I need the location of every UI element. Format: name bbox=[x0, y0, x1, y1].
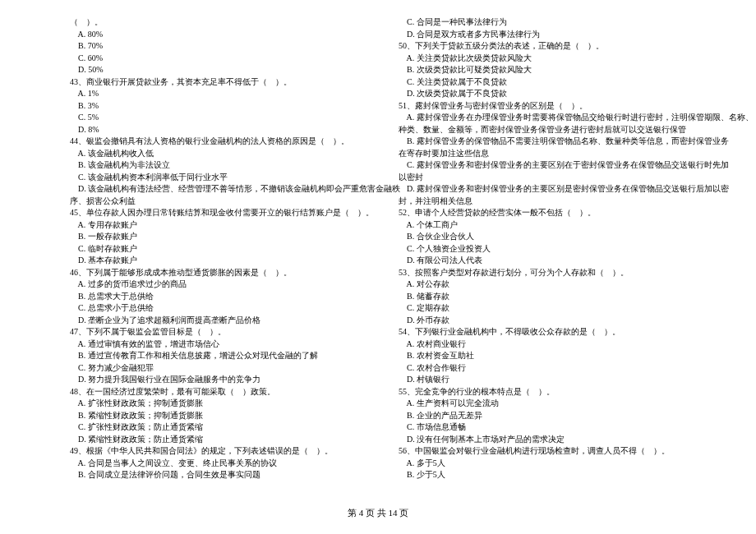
text-line: A. 多于5人 bbox=[399, 458, 711, 470]
text-line: 43、商业银行开展贷款业务，其资本充足率不得低于（ ）。 bbox=[70, 76, 382, 89]
text-line: C. 临时存款账户 bbox=[70, 243, 382, 255]
text-line: 以密封 bbox=[399, 172, 711, 184]
text-line: A. 该金融机构收入低 bbox=[70, 148, 382, 160]
text-line: 46、下列属于能够形成成本推动型通货膨胀的因素是（ ）。 bbox=[70, 267, 382, 279]
text-line: B. 合同成立是法律评价问题，合同生效是事实问题 bbox=[70, 469, 382, 481]
text-line: C. 合同是一种民事法律行为 bbox=[399, 16, 711, 29]
text-line: C. 该金融机构资本利润率低于同行业水平 bbox=[70, 172, 382, 184]
text-line: D. 有限公司法人代表 bbox=[399, 255, 711, 267]
text-line: A. 生产资料可以完全流动 bbox=[399, 398, 711, 410]
text-line: D. 外币存款 bbox=[399, 315, 711, 327]
text-line: 56、中国银监会对银行业金融机构进行现场检查时，调查人员不得（ ）。 bbox=[399, 445, 711, 458]
text-line: 序、损害公众利益 bbox=[70, 196, 382, 208]
text-line: 54、下列银行业金融机构中，不得吸收公众存款的是（ ）。 bbox=[399, 326, 711, 338]
text-line: B. 该金融机构为非法设立 bbox=[70, 159, 382, 172]
text-line: C. 定期存款 bbox=[399, 302, 711, 315]
text-line: B. 通过宣传教育工作和相关信息披露，增进公众对现代金融的了解 bbox=[70, 350, 382, 362]
text-line: 49、根据《中华人民共和国合同法》的规定，下列表述错误的是（ ）。 bbox=[70, 445, 382, 458]
page-footer: 第 4 页 共 14 页 bbox=[0, 507, 756, 519]
right-column: C. 合同是一种民事法律行为 D. 合同是双方或者多方民事法律行为50、下列关于… bbox=[399, 16, 711, 481]
text-line: C. 市场信息通畅 bbox=[399, 421, 711, 434]
text-line: A. 专用存款账户 bbox=[70, 219, 382, 232]
text-line: D. 基本存款账户 bbox=[70, 255, 382, 267]
text-line: 种类、数量、金额等，而密封保管业务保管业务进行密封后就可以交送银行保管 bbox=[399, 124, 711, 136]
text-line: 封，并注明相关信息 bbox=[399, 196, 711, 208]
text-line: B. 企业的产品无差异 bbox=[399, 410, 711, 422]
text-line: D. 8% bbox=[70, 124, 382, 136]
text-line: C. 努力减少金融犯罪 bbox=[70, 362, 382, 375]
text-line: D. 努力提升我国银行业在国际金融服务中的竞争力 bbox=[70, 374, 382, 386]
text-line: B. 露封保管业务的保管物品不需要注明保管物品名称、数量种类等信息，而密封保管业… bbox=[399, 136, 711, 148]
text-line: 51、露封保管业务与密封保管业务的区别是（ ）。 bbox=[399, 100, 711, 113]
text-line: B. 储蓄存款 bbox=[399, 291, 711, 303]
text-line: A. 关注类贷款比次级类贷款风险大 bbox=[399, 53, 711, 65]
text-line: A. 80% bbox=[70, 29, 382, 41]
left-column: （ ）。 A. 80% B. 70% C. 60% D. 50%43、商业银行开… bbox=[70, 16, 382, 481]
text-line: B. 70% bbox=[70, 40, 382, 53]
document-content: （ ）。 A. 80% B. 70% C. 60% D. 50%43、商业银行开… bbox=[0, 0, 756, 481]
text-line: 55、完全竞争的行业的根本特点是（ ）。 bbox=[399, 386, 711, 398]
text-line: D. 合同是双方或者多方民事法律行为 bbox=[399, 29, 711, 41]
text-line: 在寄存时要加注这些信息 bbox=[399, 148, 711, 160]
text-line: C. 露封保管业务和密封保管业务的主要区别在于密封保管业务在保管物品交送银行时先… bbox=[399, 159, 711, 172]
text-line: B. 合伙企业合伙人 bbox=[399, 231, 711, 243]
text-line: B. 次级类贷款比可疑类贷款风险大 bbox=[399, 64, 711, 76]
text-line: D. 次级类贷款属于不良贷款 bbox=[399, 88, 711, 100]
text-line: C. 5% bbox=[70, 112, 382, 124]
text-line: 47、下列不属于银监会监管目标是（ ）。 bbox=[70, 326, 382, 338]
text-line: D. 该金融机构有违法经营、经营管理不善等情形，不撤销该金融机构即会严重危害金融… bbox=[70, 183, 382, 196]
text-line: A. 通过审慎有效的监管，增进市场信心 bbox=[70, 338, 382, 351]
text-line: 50、下列关于贷款五级分类法的表述，正确的是（ ）。 bbox=[399, 40, 711, 53]
text-line: C. 总需求小于总供给 bbox=[70, 302, 382, 315]
text-line: A. 个体工商户 bbox=[399, 219, 711, 232]
text-line: B. 农村资金互助社 bbox=[399, 350, 711, 362]
text-line: A. 露封保管业务在办理保管业务时需要将保管物品交给银行时进行密封，注明保管期限… bbox=[399, 112, 711, 124]
text-line: B. 总需求大于总供给 bbox=[70, 291, 382, 303]
text-line: A. 扩张性财政政策；抑制通货膨胀 bbox=[70, 398, 382, 410]
text-line: A. 过多的货币追求过少的商品 bbox=[70, 279, 382, 291]
text-line: B. 一般存款账户 bbox=[70, 231, 382, 243]
text-line: C. 农村合作银行 bbox=[399, 362, 711, 375]
text-line: C. 个人独资企业投资人 bbox=[399, 243, 711, 255]
text-line: D. 紧缩性财政政策；防止通货紧缩 bbox=[70, 434, 382, 446]
text-line: 53、按照客户类型对存款进行划分，可分为个人存款和（ ）。 bbox=[399, 267, 711, 279]
text-line: D. 村镇银行 bbox=[399, 374, 711, 386]
text-line: B. 紧缩性财政政策；抑制通货膨胀 bbox=[70, 410, 382, 422]
text-line: D. 垄断企业为了追求超额利润而提高垄断产品价格 bbox=[70, 315, 382, 327]
text-line: A. 1% bbox=[70, 88, 382, 100]
text-line: 45、单位存款人因办理日常转账结算和现金收付需要开立的银行结算账户是（ ）。 bbox=[70, 207, 382, 219]
text-line: C. 关注类贷款属于不良贷款 bbox=[399, 76, 711, 89]
text-line: C. 扩张性财政政策；防止通货紧缩 bbox=[70, 421, 382, 434]
text-line: A. 对公存款 bbox=[399, 279, 711, 291]
text-line: A. 农村商业银行 bbox=[399, 338, 711, 351]
text-line: B. 3% bbox=[70, 100, 382, 113]
text-line: D. 没有任何制基本上市场对产品的需求决定 bbox=[399, 434, 711, 446]
text-line: 52、申请个人经营贷款的经营实体一般不包括（ ）。 bbox=[399, 207, 711, 219]
text-line: （ ）。 bbox=[70, 16, 382, 29]
text-line: D. 50% bbox=[70, 64, 382, 76]
text-line: 44、银监会撤销具有法人资格的银行业金融机构的法人资格的原因是（ ）。 bbox=[70, 136, 382, 148]
text-line: A. 合同是当事人之间设立、变更、终止民事关系的协议 bbox=[70, 458, 382, 470]
text-line: 48、在一国经济过度繁荣时，最有可能采取（ ）政策。 bbox=[70, 386, 382, 398]
text-line: D. 露封保管业务和密封保管业务的主要区别是密封保管业务在保管物品交送银行后加以… bbox=[399, 183, 711, 196]
text-line: C. 60% bbox=[70, 53, 382, 65]
text-line: B. 少于5人 bbox=[399, 469, 711, 481]
